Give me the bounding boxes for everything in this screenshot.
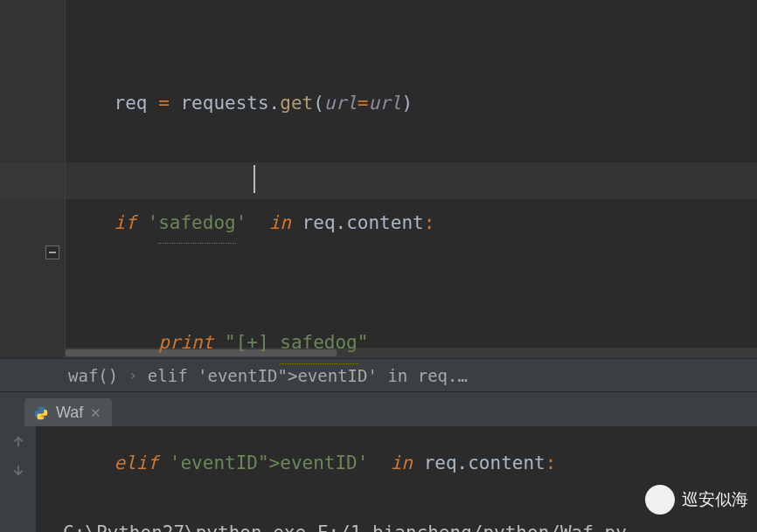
code-token: : <box>424 212 435 233</box>
code-token: if <box>115 212 136 233</box>
code-token: safedog <box>158 204 236 245</box>
fold-handle-icon[interactable] <box>45 245 59 259</box>
code-token: req <box>115 93 148 114</box>
code-token: req.content <box>302 212 424 233</box>
code-token: get <box>280 93 313 114</box>
code-token: ( <box>313 93 324 114</box>
console-gutter <box>0 426 37 532</box>
code-token: = <box>148 93 181 114</box>
code-line[interactable]: req = requests.get(url=url) <box>70 84 757 124</box>
code-token: " <box>358 332 369 353</box>
arrow-down-icon[interactable] <box>10 461 26 477</box>
code-token: elif <box>115 453 159 473</box>
code-token: : <box>545 453 557 473</box>
text-cursor <box>253 165 255 193</box>
code-token: ) <box>401 93 413 114</box>
code-token: req.content <box>424 453 545 473</box>
code-editor[interactable]: req = requests.get(url=url) if 'safedog'… <box>0 0 757 358</box>
code-token: url <box>324 93 358 114</box>
code-line[interactable]: print "[+] safedog" <box>70 323 757 364</box>
code-token: 'safedog' <box>136 212 258 233</box>
python-file-icon <box>33 405 49 421</box>
code-line[interactable]: if 'safedog' in req.content: <box>70 204 757 245</box>
code-token: "[+] safedog" <box>225 332 368 353</box>
watermark-brand: 巡安似海 <box>645 485 748 515</box>
code-token: safedog <box>280 323 358 364</box>
code-token: requests. <box>180 93 280 114</box>
code-content[interactable]: req = requests.get(url=url) if 'safedog'… <box>66 0 757 532</box>
arrow-up-icon[interactable] <box>10 433 26 449</box>
code-token: print <box>158 332 213 353</box>
code-token: in <box>269 212 291 233</box>
brand-name: 巡安似海 <box>682 488 748 511</box>
code-token: = <box>358 93 369 114</box>
brand-avatar-icon <box>645 485 675 515</box>
code-line[interactable]: elif 'eventID">eventID' in req.content: <box>70 444 757 484</box>
code-token: "[+] <box>225 332 280 353</box>
code-token: 'eventID">eventID' <box>158 453 379 473</box>
code-token: 'eventID">eventID' <box>170 453 369 473</box>
code-token: in <box>391 453 413 473</box>
code-token: url <box>368 93 401 114</box>
